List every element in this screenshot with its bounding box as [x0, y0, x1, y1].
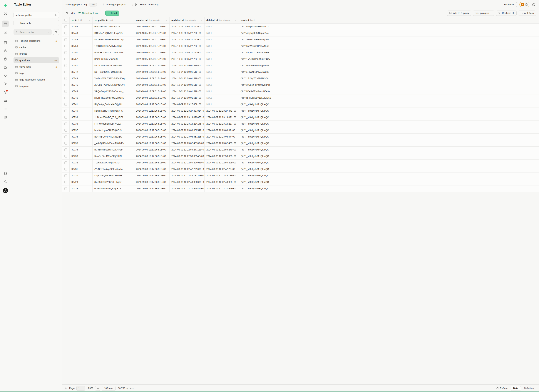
cell-deleted_at[interactable]: 2024-09-09 12:22:37.958+00 — [205, 186, 239, 192]
row-checkbox[interactable] — [64, 135, 67, 138]
cell-deleted_at[interactable]: 2024-09-09 12:22:59.279+00 — [205, 147, 239, 153]
cell-created_at[interactable]: 2024-10-04 13:09:01.519+00 — [134, 69, 169, 75]
cell-created_at[interactable]: 2024-10-04 13:09:01.519+00 — [134, 88, 169, 95]
cell-updated_at[interactable]: 2024-09-09 12:23:02.46183+00 — [169, 140, 205, 146]
row-checkbox[interactable] — [64, 71, 67, 73]
cell-public_id[interactable]: xrETl_HyGY0mPMGVqtOTM — [92, 95, 134, 101]
sidebar-item-profiles[interactable]: profiles — [14, 51, 59, 57]
cell-deleted_at[interactable]: NULL — [205, 24, 239, 30]
table-editor-icon[interactable] — [2, 20, 9, 27]
sort-button[interactable]: Sorted by 1 rule — [78, 12, 98, 14]
cell-public_id[interactable]: Be4KignzoK9YRGNI3Zgks — [92, 134, 134, 140]
logs-icon[interactable] — [2, 106, 9, 112]
cell-public_id[interactable]: nxFT002ISeRE-Qobg3K3k — [92, 69, 134, 75]
cell-deleted_at[interactable]: NULL — [205, 49, 239, 56]
cell-created_at[interactable]: 2024-09-09 12:17:36.515+00 — [134, 127, 169, 134]
cell-updated_at[interactable]: 2024-10-04 13:09:01.519+00 — [169, 69, 205, 75]
sidebar-item-_prisma_migrations[interactable]: _prisma_migrations — [14, 38, 59, 44]
cell-created_at[interactable]: 2024-10-04 13:09:01.519+00 — [134, 95, 169, 101]
cell-created_at[interactable]: 2024-09-09 12:17:36.515+00 — [134, 121, 169, 127]
cell-updated_at[interactable]: 2024-10-04 13:09:01.519+00 — [169, 88, 205, 95]
cell-created_at[interactable]: 2024-10-04 13:09:01.519+00 — [134, 75, 169, 82]
cell-id[interactable]: 30733 — [70, 153, 92, 159]
cell-created_at[interactable]: 2024-09-09 12:17:36.515+00 — [134, 172, 169, 179]
cell-id[interactable]: 30753 — [70, 24, 92, 30]
cell-deleted_at[interactable]: NULL — [205, 82, 239, 88]
cell-created_at[interactable]: 2024-09-09 12:17:36.515+00 — [134, 134, 169, 140]
cell-id[interactable]: 30734 — [70, 147, 92, 153]
cell-public_id[interactable]: _La6pddxcKJIbgufATJ1n — [92, 160, 134, 166]
cell-public_id[interactable]: XPQwDIqY6Y75SwDnU-qr_ — [92, 88, 134, 95]
cell-deleted_at[interactable]: 2024-09-09 12:23:05.57+00 — [205, 134, 239, 140]
row-checkbox[interactable] — [64, 45, 67, 47]
storage-icon[interactable] — [2, 56, 9, 62]
sidebar-item-template[interactable]: template — [14, 83, 59, 89]
row-checkbox[interactable] — [64, 32, 67, 34]
cell-id[interactable]: 30740 — [70, 108, 92, 114]
cell-created_at[interactable]: 2024-10-05 00:55:27.722+00 — [134, 49, 169, 56]
row-checkbox[interactable] — [64, 155, 67, 158]
cell-updated_at[interactable]: 2024-09-09 12:23:08.668542+00 — [169, 127, 205, 134]
cell-content[interactable]: {"id":"rtHbLpgB8V11LUK7152 — [239, 95, 270, 101]
cell-deleted_at[interactable]: 2024-09-09 12:22:47.22+00 — [205, 166, 239, 172]
cell-deleted_at[interactable]: NULL — [205, 30, 239, 36]
column-menu-chevron-icon[interactable] — [130, 19, 132, 21]
sidebar-item-cached[interactable]: cached — [14, 44, 59, 50]
cell-created_at[interactable]: 2024-09-09 12:17:36.515+00 — [134, 186, 169, 192]
home-icon[interactable] — [2, 10, 9, 16]
supabase-logo[interactable] — [2, 2, 9, 9]
cell-created_at[interactable]: 2024-10-05 00:55:27.722+00 — [134, 56, 169, 62]
cell-content[interactable]: {"id":"_Id9aLyJpMHQLaiQC — [239, 160, 270, 166]
column-header-deleted_at[interactable]: deleted_attimestamptz — [205, 17, 239, 23]
column-header-public_id[interactable]: public_idtext — [92, 17, 134, 23]
cell-content[interactable]: {"id":"_Id9aLyJpMHQLaiQC — [239, 127, 270, 134]
cell-content[interactable]: {"id":"_Id9aLyJpMHQLaiQC — [239, 134, 270, 140]
cell-updated_at[interactable]: 2024-09-09 12:23:05.567216+00 — [169, 134, 205, 140]
cell-id[interactable]: 30728 — [70, 186, 92, 192]
cell-id[interactable]: 30744 — [70, 88, 92, 95]
row-checkbox[interactable] — [64, 168, 67, 170]
row-checkbox[interactable] — [64, 174, 67, 177]
cell-created_at[interactable]: 2024-09-09 12:17:36.515+00 — [134, 114, 169, 120]
cell-public_id[interactable]: NhXEo1Xw04FnB4RzWTNjb — [92, 36, 134, 43]
cell-deleted_at[interactable]: NULL — [205, 75, 239, 82]
cell-content[interactable]: {"id":"_Id9aLyJpMHQLaiQC — [239, 186, 270, 192]
cell-updated_at[interactable]: 2024-10-04 13:09:01.519+00 — [169, 95, 205, 101]
cell-updated_at[interactable]: 2024-09-09 12:23:27.459+00 — [169, 101, 205, 108]
cell-id[interactable]: 30729 — [70, 179, 92, 185]
cell-deleted_at[interactable]: 2024-09-09 12:22:40.988+00 — [205, 179, 239, 185]
cell-created_at[interactable]: 2024-09-09 12:17:36.515+00 — [134, 179, 169, 185]
sql-editor-icon[interactable] — [2, 29, 9, 35]
filter-button[interactable]: Filter — [66, 12, 75, 14]
cell-content[interactable]: {"id":"15LSIyT0JGMf3Kl4Vn — [239, 75, 270, 82]
sidebar-item-tags[interactable]: tags — [14, 70, 59, 76]
row-checkbox[interactable] — [64, 51, 67, 54]
cell-public_id[interactable]: vrlh7CMD-JtM1bOweMHfA — [92, 62, 134, 69]
cell-updated_at[interactable]: 2024-09-09 12:22:50.294983+00 — [169, 160, 205, 166]
project-switcher-chevron-icon[interactable] — [128, 3, 130, 6]
sidebar-item-solve_logs[interactable]: solve_logs — [14, 64, 59, 70]
cell-deleted_at[interactable]: NULL — [205, 43, 239, 49]
cell-deleted_at[interactable]: 2024-09-09 12:22:50.298+00 — [205, 160, 239, 166]
settings-gear-icon[interactable] — [2, 170, 9, 177]
cell-content[interactable]: {"id":"4wyNgK55lOfrpmYZc — [239, 30, 270, 36]
row-checkbox[interactable] — [64, 110, 67, 112]
column-menu-chevron-icon[interactable] — [200, 19, 202, 21]
cell-public_id[interactable]: 0L5BAfDaLDl5rQOiqeKPO — [92, 186, 134, 192]
cell-public_id[interactable]: 8KraI-tSI-6-pSZcknaK5 — [92, 56, 134, 62]
cell-updated_at[interactable]: 2024-10-05 00:55:27.722+00 — [169, 43, 205, 49]
search-icon[interactable] — [2, 178, 9, 185]
column-menu-chevron-icon[interactable] — [165, 19, 168, 21]
row-checkbox[interactable] — [64, 25, 67, 28]
cell-deleted_at[interactable]: 2024-09-09 12:23:02.463+00 — [205, 140, 239, 146]
cell-content[interactable]: {"id":"_Id9aLyJpMHQLaiQC — [239, 172, 270, 179]
database-icon[interactable] — [2, 39, 9, 46]
cell-created_at[interactable]: 2024-09-09 12:17:36.515+00 — [134, 108, 169, 114]
org-switcher-chevron-icon[interactable] — [99, 3, 101, 6]
column-header-content[interactable]: contentjsonb — [239, 17, 270, 23]
row-checkbox[interactable] — [64, 161, 67, 164]
cell-id[interactable]: 30746 — [70, 82, 92, 88]
row-checkbox[interactable] — [64, 97, 67, 99]
cell-deleted_at[interactable]: 2024-09-09 12:22:44.138+00 — [205, 172, 239, 179]
cell-updated_at[interactable]: 2024-10-04 13:09:01.519+00 — [169, 75, 205, 82]
